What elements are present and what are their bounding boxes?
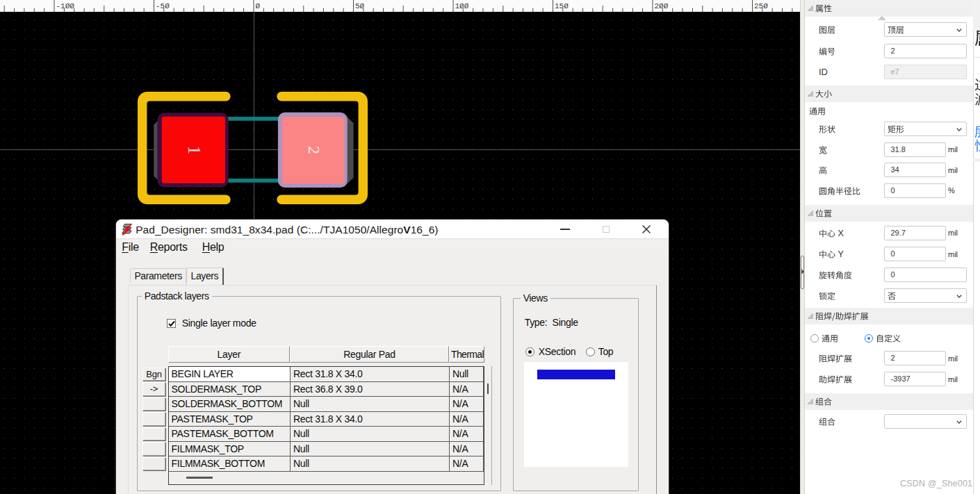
- svg-text:2ØØ: 2ØØ: [655, 2, 669, 10]
- svg-text:25Ø: 25Ø: [754, 2, 768, 10]
- svg-text:15Ø: 15Ø: [555, 2, 569, 10]
- svg-text:1ØØ: 1ØØ: [455, 2, 469, 10]
- svg-text:-5Ø: -5Ø: [156, 2, 170, 10]
- svg-text:Ø: Ø: [256, 2, 261, 10]
- svg-text:-1ØØ: -1ØØ: [56, 2, 75, 10]
